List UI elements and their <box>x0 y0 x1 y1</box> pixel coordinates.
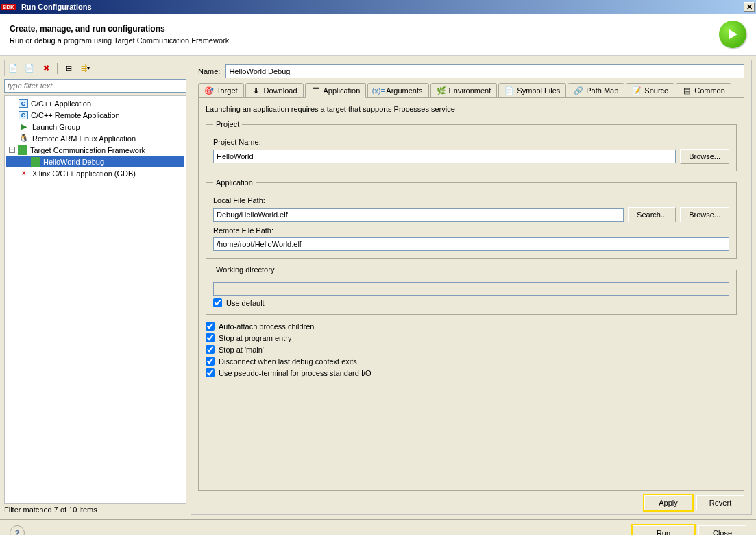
tree-item-xilinx-gdb[interactable]: XXilinx C/C++ application (GDB) <box>6 167 184 179</box>
tab-source[interactable]: 📝Source <box>626 83 674 98</box>
tab-label: Symbol Files <box>517 86 560 95</box>
window-titlebar: SDK Run Configurations ✕ <box>0 0 756 14</box>
remote-path-input[interactable] <box>213 237 729 251</box>
tree-item-label: C/C++ Remote Application <box>31 111 120 119</box>
project-legend: Project <box>213 120 242 128</box>
tree-item-label: HelloWorld Debug <box>43 158 104 166</box>
filter-input[interactable] <box>4 79 186 93</box>
delete-config-button[interactable]: ✖ <box>39 62 53 75</box>
use-default-checkbox[interactable] <box>213 298 222 307</box>
local-path-input[interactable] <box>213 208 624 222</box>
launch-group-icon: ▶ <box>19 121 29 132</box>
document-new-icon: 📄 <box>8 64 18 73</box>
tree-item-launch-group[interactable]: ▶Launch Group <box>6 121 184 132</box>
collapse-all-button[interactable]: ⊟ <box>62 62 75 75</box>
arguments-icon: (x)= <box>374 86 383 95</box>
c-app-icon: C <box>19 111 28 119</box>
target-icon: 🎯 <box>204 86 214 95</box>
tab-path-map[interactable]: 🔗Path Map <box>568 83 624 98</box>
path-map-icon: 🔗 <box>574 86 583 95</box>
tab-label: Target <box>217 86 238 95</box>
tab-label: Source <box>644 86 668 95</box>
check-label: Stop at 'main' <box>219 346 264 354</box>
window-title: Run Configurations <box>19 3 744 11</box>
tab-common[interactable]: ▤Common <box>676 83 731 98</box>
tree-item-label: Remote ARM Linux Application <box>32 134 136 143</box>
stop-main-checkbox[interactable] <box>206 345 215 354</box>
tab-arguments[interactable]: (x)=Arguments <box>367 83 428 98</box>
symbol-files-icon: 📄 <box>504 86 514 95</box>
filter-menu-button[interactable]: ⇶▾ <box>78 62 92 75</box>
source-icon: 📝 <box>632 86 642 95</box>
dialog-header: Create, manage, and run configurations R… <box>0 14 756 56</box>
local-path-search-button[interactable]: Search... <box>628 207 676 222</box>
project-browse-button[interactable]: Browse... <box>680 149 729 164</box>
tab-symbol-files[interactable]: 📄Symbol Files <box>498 83 566 98</box>
tree-item-c-remote-app[interactable]: CC/C++ Remote Application <box>6 109 184 121</box>
tab-label: Download <box>264 86 297 95</box>
check-label: Auto-attach process children <box>219 322 314 331</box>
duplicate-config-button[interactable]: 📄 <box>23 62 36 75</box>
disconnect-exit-checkbox[interactable] <box>206 357 215 366</box>
dialog-title: Create, manage, and run configurations <box>10 24 719 34</box>
tree-item-helloworld-debug[interactable]: HelloWorld Debug <box>6 156 184 167</box>
tab-label: Common <box>694 86 725 95</box>
tree-collapse-icon[interactable]: − <box>9 147 15 153</box>
config-name-input[interactable] <box>225 64 744 78</box>
stop-entry-checkbox[interactable] <box>206 333 215 342</box>
config-toolbar: 📄 📄 ✖ ⊟ ⇶▾ <box>4 60 186 76</box>
name-label: Name: <box>198 67 220 75</box>
chevron-down-icon: ▾ <box>87 65 90 71</box>
tree-item-remote-arm[interactable]: 🐧Remote ARM Linux Application <box>6 132 184 144</box>
tree-item-label: Launch Group <box>32 123 80 131</box>
tab-download[interactable]: ⬇Download <box>245 83 304 98</box>
application-icon: 🗔 <box>311 86 321 95</box>
tree-item-tcf[interactable]: −Target Communication Framework <box>6 144 184 156</box>
document-copy-icon: 📄 <box>25 64 34 73</box>
project-name-input[interactable] <box>213 150 676 163</box>
close-button[interactable]: Close <box>698 525 746 535</box>
help-button[interactable]: ? <box>10 525 25 535</box>
tcf-icon <box>31 157 40 167</box>
run-button[interactable]: Run <box>633 525 694 535</box>
tab-label: Environment <box>449 86 491 95</box>
config-tree[interactable]: CC/C++ Application CC/C++ Remote Applica… <box>4 95 186 504</box>
pseudo-terminal-checkbox[interactable] <box>206 368 215 377</box>
local-path-browse-button[interactable]: Browse... <box>680 207 729 222</box>
tree-item-label: Xilinx C/C++ application (GDB) <box>32 169 136 178</box>
revert-button[interactable]: Revert <box>696 495 744 510</box>
tree-item-label: C/C++ Application <box>31 99 91 108</box>
help-icon: ? <box>15 529 20 535</box>
c-app-icon: C <box>19 99 28 108</box>
application-legend: Application <box>213 178 256 187</box>
local-path-label: Local File Path: <box>213 196 729 204</box>
tcf-icon <box>18 145 27 155</box>
apply-button[interactable]: Apply <box>644 495 692 510</box>
workdir-input <box>213 282 729 296</box>
xilinx-gdb-icon: X <box>19 168 29 179</box>
run-icon <box>719 21 746 48</box>
check-label: Disconnect when last debug context exits <box>219 357 357 366</box>
auto-attach-checkbox[interactable] <box>206 322 215 331</box>
new-config-button[interactable]: 📄 <box>6 62 20 75</box>
tree-item-c-app[interactable]: CC/C++ Application <box>6 97 184 109</box>
tab-environment[interactable]: 🌿Environment <box>430 83 498 98</box>
dialog-subtitle: Run or debug a program using Target Comm… <box>10 36 719 45</box>
close-icon: ✕ <box>746 3 753 12</box>
environment-icon: 🌿 <box>437 86 446 95</box>
tab-content-application: Launching an application requires a targ… <box>198 98 744 491</box>
collapse-icon: ⊟ <box>66 64 72 73</box>
filter-icon: ⇶ <box>81 64 87 73</box>
workdir-legend: Working directory <box>213 265 277 274</box>
tab-label: Application <box>324 86 361 95</box>
check-label: Stop at program entry <box>219 334 291 342</box>
common-icon: ▤ <box>682 86 692 95</box>
toolbar-separator <box>57 63 58 74</box>
window-close-button[interactable]: ✕ <box>744 2 755 12</box>
tab-target[interactable]: 🎯Target <box>198 83 244 98</box>
filter-status: Filter matched 7 of 10 items <box>4 504 186 515</box>
linux-icon: 🐧 <box>19 133 29 144</box>
tab-application[interactable]: 🗔Application <box>305 83 367 98</box>
tab-label: Arguments <box>386 86 422 95</box>
tab-bar: 🎯Target ⬇Download 🗔Application (x)=Argum… <box>198 82 744 98</box>
